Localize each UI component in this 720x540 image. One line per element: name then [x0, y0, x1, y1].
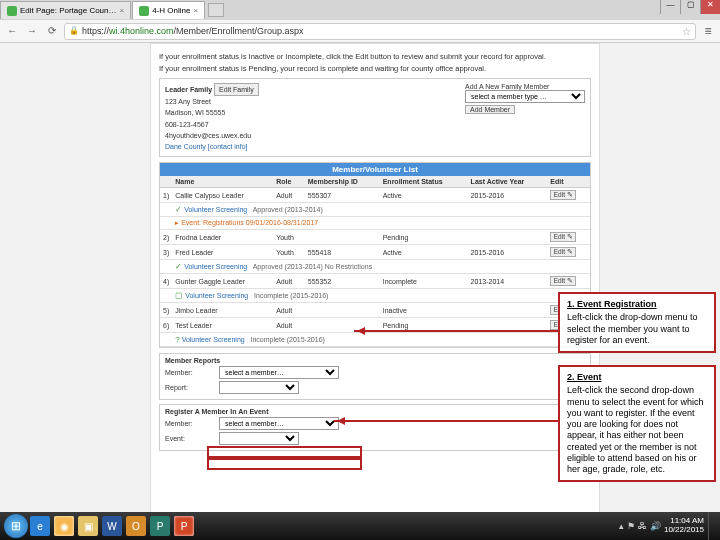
family-address: 123 Any Street: [165, 96, 259, 107]
callout-title: 1. Event Registration: [567, 299, 707, 310]
table-header-row: Name Role Membership ID Enrollment Statu…: [160, 176, 590, 188]
table-row: 4)Gunter Gaggle LeaderAdult555352Incompl…: [160, 274, 590, 289]
family-info: Leader Family Edit Family 123 Any Street…: [165, 83, 259, 152]
table-row: ▸ Event: Registrations 09/01/2016-08/31/…: [160, 217, 590, 230]
taskbar-clock[interactable]: 11:04 AM 10/22/2015: [664, 517, 704, 535]
edit-family-button[interactable]: Edit Family: [214, 83, 259, 96]
table-row: ✓ Volunteer Screening Approved (2013-201…: [160, 203, 590, 217]
reload-button[interactable]: ⟳: [44, 23, 60, 39]
tab-label: Edit Page: Portage Coun…: [20, 6, 117, 15]
start-button[interactable]: ⊞: [4, 514, 28, 538]
browser-tab-active[interactable]: 4-H Online ×: [132, 1, 205, 19]
add-member-button[interactable]: Add Member: [465, 105, 515, 114]
window-max-button[interactable]: ▢: [680, 0, 700, 14]
tray-chevron-icon[interactable]: ▴: [619, 521, 624, 531]
member-list-header: Member/Volunteer List: [160, 163, 590, 176]
member-list-box: Member/Volunteer List Name Role Membersh…: [159, 162, 591, 348]
table-row: 3)Fred LeaderYouth555418Active2015-2016E…: [160, 245, 590, 260]
new-tab-button[interactable]: [208, 3, 224, 17]
register-event-select[interactable]: [219, 432, 299, 445]
tab-close-icon[interactable]: ×: [120, 6, 125, 15]
taskbar-powerpoint-icon[interactable]: P: [174, 516, 194, 536]
callout-title: 2. Event: [567, 372, 707, 383]
window-close-button[interactable]: ✕: [700, 0, 720, 14]
family-address2: Madison, WI 55555: [165, 107, 259, 118]
edit-button[interactable]: Edit ✎: [550, 247, 576, 257]
reports-report-select[interactable]: [219, 381, 299, 394]
address-bar[interactable]: 🔒 https://wi.4honline.com/Member/Enrollm…: [64, 23, 696, 40]
favicon-icon: [139, 6, 149, 16]
register-event-section: Register A Member In An Event Member: se…: [159, 404, 591, 451]
callout-body: Left-click the second drop-down menu to …: [567, 385, 704, 474]
table-row: ✓ Volunteer Screening Approved (2013-201…: [160, 260, 590, 274]
register-member-select[interactable]: select a member…: [219, 417, 339, 430]
register-event-label: Event:: [165, 435, 215, 442]
taskbar-ie-icon[interactable]: e: [30, 516, 50, 536]
taskbar-publisher-icon[interactable]: P: [150, 516, 170, 536]
col-role: Role: [273, 176, 305, 188]
family-email: 4hyouthdev@ces.uwex.edu: [165, 130, 259, 141]
add-family-member: Add A New Family Member select a member …: [465, 83, 585, 152]
forward-button[interactable]: →: [24, 23, 40, 39]
contact-info-link[interactable]: [contact info]: [208, 143, 248, 150]
system-tray: ▴ ⚑ 🖧 🔊 11:04 AM 10/22/2015: [619, 517, 704, 535]
favicon-icon: [7, 6, 17, 16]
callout-2: 2. Event Left-click the second drop-down…: [558, 365, 716, 482]
tray-flag-icon[interactable]: ⚑: [627, 521, 635, 531]
table-row: ? Volunteer Screening Incomplete (2015-2…: [160, 333, 590, 347]
col-status: Enrollment Status: [380, 176, 468, 188]
chrome-menu-button[interactable]: ≡: [700, 23, 716, 39]
add-member-label: Add A New Family Member: [465, 83, 585, 90]
show-desktop-button[interactable]: [708, 512, 716, 540]
main-panel: If your enrollment status is Inactive or…: [150, 43, 600, 513]
reports-member-label: Member:: [165, 369, 215, 376]
taskbar-outlook-icon[interactable]: O: [126, 516, 146, 536]
window-min-button[interactable]: —: [660, 0, 680, 14]
clock-date: 10/22/2015: [664, 526, 704, 535]
callout-body: Left-click the drop-down menu to select …: [567, 312, 698, 345]
register-member-label: Member:: [165, 420, 215, 427]
col-name: Name: [172, 176, 273, 188]
edit-button[interactable]: Edit ✎: [550, 276, 576, 286]
tab-strip: Edit Page: Portage Coun… × 4-H Online × …: [0, 0, 720, 20]
arrow-icon: [334, 420, 560, 422]
tab-label: 4-H Online: [152, 6, 190, 15]
table-row: 2)Frodna LeaderYouthPendingEdit ✎: [160, 230, 590, 245]
reports-report-label: Report:: [165, 384, 215, 391]
url-text: https://wi.4honline.com/Member/Enrollmen…: [82, 26, 304, 36]
family-name: Leader Family: [165, 86, 212, 93]
info-text: If your enrollment status is Pending, yo…: [159, 64, 591, 73]
back-button[interactable]: ←: [4, 23, 20, 39]
family-county: Dane County: [165, 143, 206, 150]
tray-network-icon[interactable]: 🖧: [638, 521, 647, 531]
family-phone: 608-123-4567: [165, 119, 259, 130]
member-table: Name Role Membership ID Enrollment Statu…: [160, 176, 590, 347]
reports-title: Member Reports: [165, 357, 220, 364]
lock-icon: 🔒: [69, 26, 79, 36]
taskbar: ⊞ e ◉ ▣ W O P P ▴ ⚑ 🖧 🔊 11:04 AM 10/22/2…: [0, 512, 720, 540]
browser-tab[interactable]: Edit Page: Portage Coun… ×: [0, 1, 131, 19]
taskbar-word-icon[interactable]: W: [102, 516, 122, 536]
col-id: Membership ID: [305, 176, 380, 188]
table-row: 5)Jimbo LeaderAdultInactiveEdit ✎: [160, 303, 590, 318]
browser-chrome: Edit Page: Portage Coun… × 4-H Online × …: [0, 0, 720, 43]
tab-close-icon[interactable]: ×: [193, 6, 198, 15]
reports-member-select[interactable]: select a member…: [219, 366, 339, 379]
arrow-icon: [354, 330, 560, 332]
tray-volume-icon[interactable]: 🔊: [650, 521, 661, 531]
col-year: Last Active Year: [468, 176, 548, 188]
member-reports-section: Member Reports Member: select a member… …: [159, 353, 591, 400]
edit-button[interactable]: Edit ✎: [550, 190, 576, 200]
col-edit: Edit: [547, 176, 590, 188]
edit-button[interactable]: Edit ✎: [550, 232, 576, 242]
taskbar-explorer-icon[interactable]: ▣: [78, 516, 98, 536]
bookmark-icon[interactable]: ☆: [682, 26, 691, 37]
register-title: Register A Member In An Event: [165, 408, 268, 415]
table-row: ▢ Volunteer Screening Incomplete (2015-2…: [160, 289, 590, 303]
info-text: If your enrollment status is Inactive or…: [159, 52, 591, 61]
taskbar-chrome-icon[interactable]: ◉: [54, 516, 74, 536]
col-num: [160, 176, 172, 188]
member-type-select[interactable]: select a member type …: [465, 90, 585, 103]
table-row: 1)Callie Calypso LeaderAdult555307Active…: [160, 188, 590, 203]
callout-1: 1. Event Registration Left-click the dro…: [558, 292, 716, 353]
